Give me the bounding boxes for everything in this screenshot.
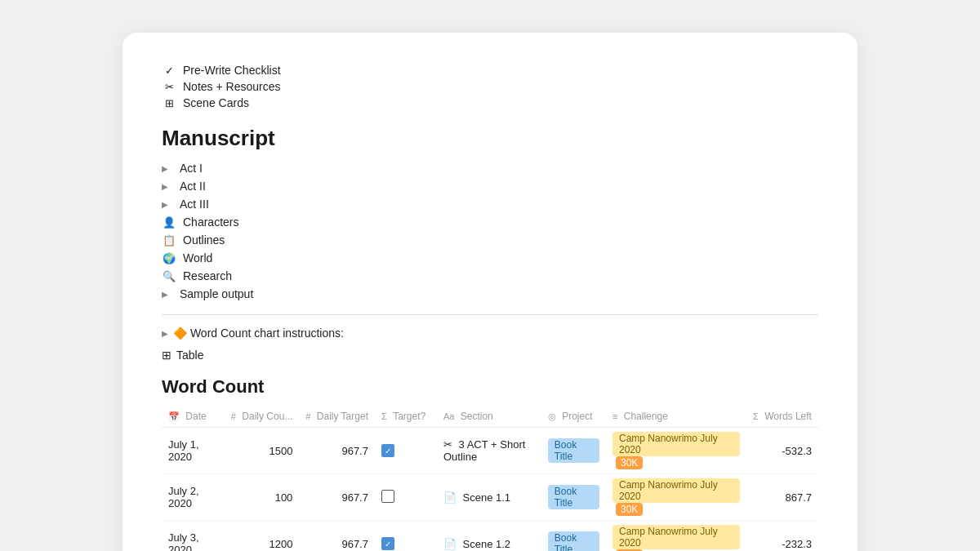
arrow-icon-sample: ▶	[162, 290, 173, 299]
cell-project-3: Book Title	[541, 521, 606, 552]
col-target-check: Σ Target?	[375, 407, 437, 428]
act-i-label: Act I	[180, 162, 203, 175]
manuscript-item-research[interactable]: 🔍 Research	[162, 267, 818, 285]
nav-item-notes[interactable]: ✂ Notes + Resources	[162, 78, 818, 95]
cell-date-2: July 2, 2020	[162, 474, 225, 521]
scissor-icon: ✂	[162, 81, 176, 93]
table-header-row: 📅 Date # Daily Cou... # Daily Target Σ T…	[162, 407, 818, 428]
cell-challenge-2: Camp Nanowrimo July 2020 30K	[606, 474, 746, 521]
cell-target-2: 967.7	[299, 474, 375, 521]
cell-challenge-3: Camp Nanowrimo July 2020 30K	[606, 521, 746, 552]
research-icon: 🔍	[162, 270, 176, 282]
cell-target-1: 967.7	[299, 428, 375, 474]
checkbox-unchecked-2[interactable]	[381, 490, 394, 503]
character-icon: 👤	[162, 216, 176, 229]
challenge-col-icon: ≡	[612, 411, 617, 421]
characters-label: Characters	[183, 216, 238, 229]
project-badge-2: Book Title	[548, 485, 599, 509]
challenge-badge-2: Camp Nanowrimo July 2020	[612, 478, 740, 503]
challenge-badge-3: Camp Nanowrimo July 2020	[612, 525, 740, 549]
manuscript-item-sample-output[interactable]: ▶ Sample output	[162, 285, 818, 303]
words-left-col-icon: Σ	[753, 411, 759, 421]
manuscript-item-world[interactable]: 🌍 World	[162, 249, 818, 267]
sample-output-label: Sample output	[180, 287, 253, 300]
world-icon: 🌍	[162, 252, 176, 264]
arrow-icon-instruction: ▶	[162, 329, 168, 338]
nav-label-notes: Notes + Resources	[183, 80, 280, 93]
cell-count-1: 1500	[225, 428, 300, 474]
outlines-label: Outlines	[183, 233, 225, 247]
cell-date-1: July 1, 2020	[162, 428, 225, 474]
grid-icon: ⊞	[162, 97, 176, 109]
cell-date-3: July 3, 2020	[162, 521, 225, 552]
nav-label-scene-cards: Scene Cards	[183, 96, 249, 109]
world-label: World	[183, 251, 212, 264]
manuscript-item-act-i[interactable]: ▶ Act I	[162, 159, 818, 177]
col-daily-count: # Daily Cou...	[225, 407, 300, 428]
content-card: ✓ Pre-Write Checklist ✂ Notes + Resource…	[122, 33, 858, 551]
project-badge-1: Book Title	[548, 438, 599, 463]
col-date: 📅 Date	[162, 407, 225, 428]
cell-target-3: 967.7	[299, 521, 375, 552]
manuscript-list: ▶ Act I ▶ Act II ▶ Act III 👤 Characters …	[162, 159, 818, 303]
section-icon-3: 📄	[443, 538, 457, 550]
cell-words-left-3: -232.3	[746, 521, 818, 552]
col-challenge: ≡ Challenge	[606, 407, 746, 428]
instruction-label: 🔶 Word Count chart instructions:	[173, 327, 344, 340]
manuscript-item-characters[interactable]: 👤 Characters	[162, 213, 818, 231]
col-words-left: Σ Words Left	[746, 407, 818, 428]
cell-count-2: 100	[225, 474, 300, 521]
target-col-icon: #	[305, 411, 310, 421]
table-link[interactable]: ⊞ Table	[162, 349, 203, 362]
nav-item-pre-write[interactable]: ✓ Pre-Write Checklist	[162, 62, 818, 78]
nav-item-scene-cards[interactable]: ⊞ Scene Cards	[162, 95, 818, 111]
cell-challenge-1: Camp Nanowrimo July 2020 30K	[606, 428, 746, 474]
word-count-instruction[interactable]: ▶ 🔶 Word Count chart instructions:	[162, 327, 818, 340]
table-row: July 3, 2020 1200 967.7 ✓ 📄 Scene 1.2 Bo…	[162, 521, 818, 552]
table-row: July 2, 2020 100 967.7 📄 Scene 1.1 Book …	[162, 474, 818, 521]
checkbox-checked-1[interactable]: ✓	[381, 444, 394, 457]
main-area: ✓ Pre-Write Checklist ✂ Notes + Resource…	[0, 0, 980, 551]
word-count-title: Word Count	[162, 376, 818, 398]
word-count-table: 📅 Date # Daily Cou... # Daily Target Σ T…	[162, 407, 818, 551]
col-section: Aa Section	[437, 407, 541, 428]
cell-check-2[interactable]	[375, 474, 437, 521]
section-col-icon: Aa	[443, 411, 454, 421]
arrow-icon-act-i: ▶	[162, 164, 173, 173]
project-badge-3: Book Title	[548, 531, 599, 551]
research-label: Research	[183, 269, 232, 282]
sigma-col-icon: Σ	[381, 411, 387, 421]
manuscript-item-outlines[interactable]: 📋 Outlines	[162, 231, 818, 249]
table-link-label: Table	[176, 349, 203, 362]
manuscript-title: Manuscript	[162, 126, 818, 151]
count-col-icon: #	[231, 411, 236, 421]
manuscript-item-act-ii[interactable]: ▶ Act II	[162, 177, 818, 195]
date-col-icon: 📅	[168, 411, 180, 421]
nav-label-pre-write: Pre-Write Checklist	[183, 64, 281, 77]
cell-section-2: 📄 Scene 1.1	[437, 474, 541, 521]
section-divider	[162, 314, 818, 315]
manuscript-item-act-iii[interactable]: ▶ Act III	[162, 195, 818, 213]
act-iii-label: Act III	[180, 198, 209, 211]
section-icon-1: ✂	[443, 438, 452, 451]
project-col-icon: ◎	[548, 411, 556, 421]
checkbox-checked-3[interactable]: ✓	[381, 537, 394, 550]
cell-section-1: ✂ 3 ACT + Short Outline	[437, 428, 541, 474]
cell-check-1[interactable]: ✓	[375, 428, 437, 474]
challenge-badge-1: Camp Nanowrimo July 2020	[612, 432, 740, 456]
cell-section-3: 📄 Scene 1.2	[437, 521, 541, 552]
cell-words-left-1: -532.3	[746, 428, 818, 474]
outline-icon: 📋	[162, 234, 176, 247]
cell-project-1: Book Title	[541, 428, 606, 474]
top-nav-list: ✓ Pre-Write Checklist ✂ Notes + Resource…	[162, 62, 818, 111]
arrow-icon-act-ii: ▶	[162, 182, 173, 191]
cell-check-3[interactable]: ✓	[375, 521, 437, 552]
act-ii-label: Act II	[180, 180, 206, 193]
table-row: July 1, 2020 1500 967.7 ✓ ✂ 3 ACT + Shor…	[162, 428, 818, 474]
check-icon: ✓	[162, 64, 176, 77]
arrow-icon-act-iii: ▶	[162, 200, 173, 209]
cell-words-left-2: 867.7	[746, 474, 818, 521]
col-project: ◎ Project	[541, 407, 606, 428]
col-daily-target: # Daily Target	[299, 407, 375, 428]
cell-project-2: Book Title	[541, 474, 606, 521]
